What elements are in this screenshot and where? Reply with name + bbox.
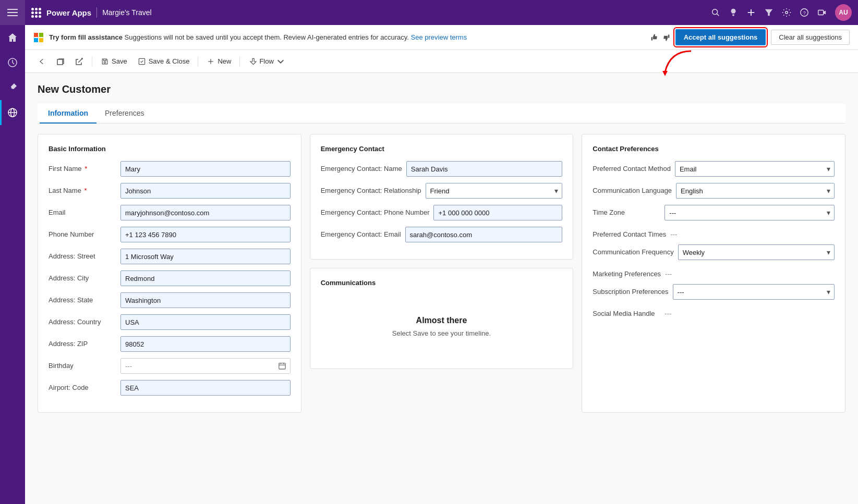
- ec-name-input[interactable]: [406, 161, 563, 177]
- search-icon[interactable]: [711, 8, 720, 17]
- phone-input[interactable]: [120, 227, 291, 242]
- open-button[interactable]: [71, 55, 88, 68]
- sidebar-globe-icon[interactable]: [0, 100, 25, 125]
- app-name: Power Apps: [46, 8, 91, 17]
- back-button[interactable]: [33, 55, 50, 68]
- contact-pref-title: Contact Preferences: [593, 145, 835, 153]
- field-label-phone: Phone Number: [49, 227, 116, 238]
- comms-empty: Almost there Select Save to see your tim…: [321, 295, 563, 358]
- flow-button[interactable]: Flow: [244, 55, 288, 68]
- language-select[interactable]: English Spanish French: [676, 183, 835, 199]
- field-row-contact-method: Preferred Contact Method Email Phone Mai…: [593, 161, 835, 177]
- timezone-select[interactable]: ---: [664, 205, 835, 220]
- clear-all-button[interactable]: Clear all suggestions: [771, 30, 850, 45]
- svg-text:?: ?: [803, 10, 806, 16]
- restore-button[interactable]: [52, 55, 69, 68]
- communications-title: Communications: [321, 279, 563, 287]
- settings-icon[interactable]: [782, 8, 791, 17]
- save-close-icon: [138, 57, 146, 66]
- user-avatar[interactable]: AU: [835, 4, 852, 21]
- filter-icon[interactable]: [764, 8, 774, 17]
- svg-rect-0: [7, 9, 18, 10]
- sidebar-menu-icon[interactable]: [0, 0, 25, 25]
- field-row-phone: Phone Number: [49, 227, 291, 242]
- airport-input[interactable]: [120, 380, 291, 396]
- city-input[interactable]: [120, 271, 291, 286]
- field-label-firstname: First Name *: [49, 161, 116, 173]
- save-button[interactable]: Save: [96, 55, 131, 68]
- toolbar-divider-2: [198, 56, 198, 67]
- field-label-marketing: Marketing Preferences: [593, 266, 661, 278]
- flow-icon: [248, 57, 257, 66]
- field-row-zip: Address: ZIP: [49, 336, 291, 352]
- field-label-email: Email: [49, 205, 116, 216]
- zip-input[interactable]: [120, 336, 291, 352]
- country-input[interactable]: [120, 314, 291, 330]
- field-row-comm-freq: Communication Frequency Weekly Daily Mon…: [593, 244, 835, 260]
- colorful-logo-icon: [33, 32, 44, 43]
- svg-rect-2: [7, 15, 18, 16]
- tab-information[interactable]: Information: [40, 104, 96, 124]
- ec-email-input[interactable]: [405, 227, 563, 242]
- flow-chevron-icon: [276, 57, 285, 66]
- calendar-icon[interactable]: [279, 362, 286, 370]
- state-input[interactable]: [120, 292, 291, 308]
- sidebar-recent-icon[interactable]: [0, 50, 25, 75]
- comm-freq-wrapper: Weekly Daily Monthly ▾: [678, 244, 835, 260]
- thumbs-up-icon[interactable]: [650, 33, 659, 42]
- sidebar-pin-icon[interactable]: [0, 75, 25, 100]
- topbar-actions: ? AU: [711, 4, 852, 21]
- field-label-ec-rel: Emergency Contact: Relationship: [321, 183, 421, 194]
- comm-freq-select[interactable]: Weekly Daily Monthly: [678, 244, 835, 260]
- ec-relationship-select[interactable]: Friend Family Colleague: [426, 183, 563, 199]
- subscription-select[interactable]: ---: [673, 284, 835, 300]
- field-label-timezone: Time Zone: [593, 205, 660, 216]
- field-row-lastname: Last Name *: [49, 183, 291, 199]
- svg-rect-17: [34, 33, 38, 37]
- field-label-ec-email: Emergency Contact: Email: [321, 227, 401, 238]
- communications-panel: Communications Almost there Select Save …: [310, 268, 574, 369]
- lastname-input[interactable]: [120, 183, 291, 199]
- toolbar-divider-1: [92, 56, 92, 67]
- video-icon[interactable]: [817, 8, 827, 17]
- field-row-ec-phone: Emergency Contact: Phone Number: [321, 205, 563, 220]
- topbar-divider: [96, 7, 97, 18]
- help-icon[interactable]: ?: [800, 8, 809, 17]
- street-input[interactable]: [120, 249, 291, 264]
- svg-point-12: [786, 11, 788, 14]
- field-row-ec-email: Emergency Contact: Email: [321, 227, 563, 242]
- ec-rel-wrapper: Friend Family Colleague ▾: [426, 183, 563, 199]
- new-icon: [207, 57, 215, 66]
- field-row-language: Communication Language English Spanish F…: [593, 183, 835, 199]
- field-row-birthday: Birthday ---: [49, 358, 291, 374]
- suggestions-text: Try form fill assistance Suggestions wil…: [49, 33, 645, 41]
- field-label-birthday: Birthday: [49, 358, 116, 370]
- svg-rect-25: [279, 363, 285, 369]
- field-label-lastname: Last Name *: [49, 183, 116, 194]
- tab-preferences[interactable]: Preferences: [96, 104, 152, 124]
- preview-terms-link[interactable]: See preview terms: [410, 33, 467, 41]
- timezone-wrapper: --- ▾: [664, 205, 835, 220]
- firstname-input[interactable]: [120, 161, 291, 177]
- field-label-ec-phone: Emergency Contact: Phone Number: [321, 205, 430, 216]
- lightbulb-icon[interactable]: [729, 8, 738, 17]
- waffle-icon[interactable]: [31, 8, 41, 18]
- save-close-button[interactable]: Save & Close: [134, 55, 194, 68]
- sidebar-home-icon[interactable]: [0, 25, 25, 50]
- thumbs-down-icon[interactable]: [662, 33, 670, 42]
- svg-point-7: [712, 9, 718, 15]
- toolbar: Save Save & Close New Flow: [25, 50, 858, 73]
- new-button[interactable]: New: [202, 55, 235, 68]
- emergency-title: Emergency Contact: [321, 145, 563, 153]
- accept-all-button[interactable]: Accept all suggestions: [675, 29, 766, 45]
- add-icon[interactable]: [746, 8, 756, 17]
- subscription-wrapper: --- ▾: [673, 284, 835, 300]
- svg-line-8: [717, 14, 719, 16]
- language-wrapper: English Spanish French ▾: [676, 183, 835, 199]
- contact-method-select[interactable]: Email Phone Mail: [675, 161, 835, 177]
- email-input[interactable]: [120, 205, 291, 220]
- field-row-contact-times: Preferred Contact Times ---: [593, 227, 835, 238]
- birthday-calendar[interactable]: ---: [120, 358, 291, 374]
- ec-phone-input[interactable]: [433, 205, 562, 220]
- basic-info-panel: Basic Information First Name * Last Name…: [38, 134, 301, 413]
